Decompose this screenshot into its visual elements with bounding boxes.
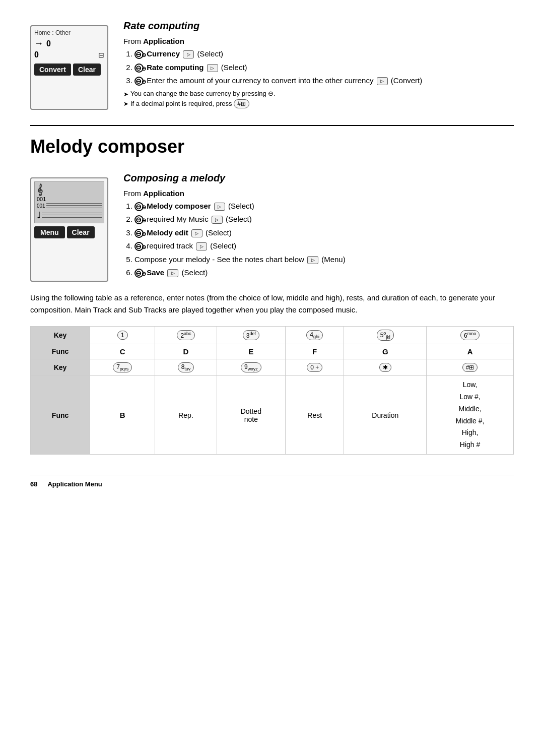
- device-value1: 0: [46, 39, 51, 48]
- application-label: Application: [143, 37, 184, 45]
- menu-icon-3: ⊖: [134, 77, 144, 86]
- table-row-key2: Key 7pqrs 8tuv 9wxyz 0 + ✱ #⊞: [31, 359, 514, 375]
- func-C: C: [90, 344, 155, 359]
- rate-step-1: ⊖ Currency (Select): [134, 48, 514, 60]
- tip-2-text: If a decimal point is required, press #⊞: [130, 99, 249, 108]
- key-header-2: Key: [31, 359, 90, 375]
- key-btn-hash: #⊞: [462, 363, 478, 372]
- rate-steps-list: ⊖ Currency (Select) ⊖ Rate computing (Se…: [123, 48, 514, 87]
- key-btn-1: 1: [117, 331, 128, 340]
- footer-label: Application Menu: [47, 480, 102, 488]
- func-B: B: [90, 376, 155, 455]
- key-0plus: 0 +: [286, 359, 344, 375]
- melody-step-5: Compose your melody - See the notes char…: [134, 254, 514, 266]
- key-5ojkl: 5ojkl: [344, 326, 427, 344]
- staff-line-mid: [46, 205, 102, 206]
- rate-computing-device: Home : Other → 0 0 ⊟ Convert Clear: [30, 25, 108, 110]
- key-btn-8tuv: 8tuv: [178, 362, 194, 372]
- menu-icon-1: ⊖: [134, 50, 144, 59]
- melody-subsection: 𝄞 001 001 ♩ Menu Clear: [30, 172, 514, 282]
- melody-section-title: Melody composer: [30, 125, 514, 157]
- select-icon-1: [183, 50, 194, 58]
- key-8tuv: 8tuv: [155, 359, 217, 375]
- func-dotted: Dottednote: [217, 376, 285, 455]
- func-header-1: Func: [31, 344, 90, 359]
- key-hash: #⊞: [427, 359, 514, 375]
- func-F: F: [286, 344, 344, 359]
- table-row-key1: Key 1 2abc 3def 4ghi 5ojkl 6mno: [31, 326, 514, 344]
- step3-text: Enter the amount of your currency to con…: [147, 76, 375, 85]
- page-footer: 68 Application Menu: [30, 475, 514, 488]
- menu-icon-2: ⊖: [134, 64, 144, 73]
- key-6mno: 6mno: [427, 326, 514, 344]
- melody-step-1: ⊖ Melody composer (Select): [134, 201, 514, 212]
- staff-line-2: ♩: [37, 210, 102, 221]
- rate-computing-title: Rate computing: [123, 20, 514, 32]
- rate-from-label: From Application: [123, 37, 514, 45]
- melody-select-text-2: (Select): [226, 215, 252, 223]
- melody-step-4: ⊖ required track (Select): [134, 240, 514, 252]
- rate-computing-content: Rate computing From Application ⊖ Curren…: [123, 20, 514, 110]
- staff-lines-1: [46, 203, 102, 208]
- rate-computing-label: Rate computing: [147, 63, 206, 72]
- melody-step-3: ⊖ Melody edit (Select): [134, 227, 514, 239]
- convert-button[interactable]: Convert: [34, 64, 71, 76]
- clear-button-rate[interactable]: Clear: [73, 64, 101, 76]
- melody-menu-icon-6: ⊖: [134, 269, 144, 278]
- melody-paragraph: Using the following table as a reference…: [30, 292, 514, 316]
- hash-key: #⊞: [234, 99, 249, 108]
- melody-device-buttons: Menu Clear: [34, 226, 104, 238]
- key-2abc: 2abc: [155, 326, 217, 344]
- key-9wxyz: 9wxyz: [217, 359, 285, 375]
- staff-lines-2: [42, 213, 102, 218]
- key-header-1: Key: [31, 326, 90, 344]
- key-4ghi: 4ghi: [286, 326, 344, 344]
- tip-1-text: You can change the base currency by pres…: [130, 90, 276, 97]
- key-btn-6mno: 6mno: [460, 330, 480, 340]
- melody-application-label: Application: [143, 189, 184, 198]
- func-duration: Duration: [344, 376, 427, 455]
- select-text-1: (Select): [197, 49, 223, 58]
- func-A: A: [427, 344, 514, 359]
- select-icon-2: [207, 64, 218, 72]
- melody-select-icon-1: [214, 203, 225, 211]
- rate-step-3: ⊖ Enter the amount of your currency to c…: [134, 75, 514, 87]
- music-notes-icon: ♩: [37, 210, 41, 221]
- melody-step-6: ⊖ Save (Select): [134, 267, 514, 279]
- clef-row: 𝄞: [37, 184, 102, 196]
- notes-table: Key 1 2abc 3def 4ghi 5ojkl 6mno Func C D…: [30, 326, 514, 455]
- key-btn-2abc: 2abc: [177, 330, 194, 340]
- melody-composer-section: Melody composer 𝄞 001 001 ♩: [30, 125, 514, 455]
- melody-edit-label: Melody edit: [147, 228, 190, 237]
- key-btn-star: ✱: [379, 363, 391, 372]
- func-rest: Rest: [286, 376, 344, 455]
- track-number-1: 001: [37, 203, 45, 209]
- melody-from-text: From: [123, 189, 143, 198]
- clef-symbol: 𝄞: [37, 184, 43, 196]
- select-icon-3: [377, 77, 388, 85]
- staff-line-mid-2: [42, 215, 102, 215]
- key-btn-0plus: 0 +: [307, 363, 322, 372]
- page-number: 68: [30, 480, 37, 488]
- melody-content: Composing a melody From Application ⊖ Me…: [123, 172, 514, 282]
- key-btn-4ghi: 4ghi: [306, 330, 323, 340]
- melody-menu-icon-2: ⊖: [134, 215, 144, 224]
- key-btn-5ojkl: 5ojkl: [377, 330, 394, 341]
- save-label: Save: [147, 268, 166, 277]
- clear-button-melody[interactable]: Clear: [67, 226, 95, 238]
- device-home-label: Home : Other: [34, 29, 104, 36]
- melody-select-text-3: (Select): [206, 228, 232, 237]
- key-btn-7pqrs: 7pqrs: [113, 362, 132, 372]
- menu-button[interactable]: Menu: [34, 226, 65, 238]
- func-header-2: Func: [31, 376, 90, 455]
- staff-line-1: 001: [37, 203, 102, 209]
- melody-select-text-6: (Select): [182, 268, 208, 277]
- func-E: E: [217, 344, 285, 359]
- melody-step2-text: required My Music: [147, 215, 211, 223]
- melody-subsection-title: Composing a melody: [123, 172, 514, 184]
- melody-steps-list: ⊖ Melody composer (Select) ⊖ required My…: [123, 201, 514, 279]
- table-row-func1: Func C D E F G A: [31, 344, 514, 359]
- rate-step-2: ⊖ Rate computing (Select): [134, 62, 514, 74]
- key-3def: 3def: [217, 326, 285, 344]
- func-rep: Rep.: [155, 376, 217, 455]
